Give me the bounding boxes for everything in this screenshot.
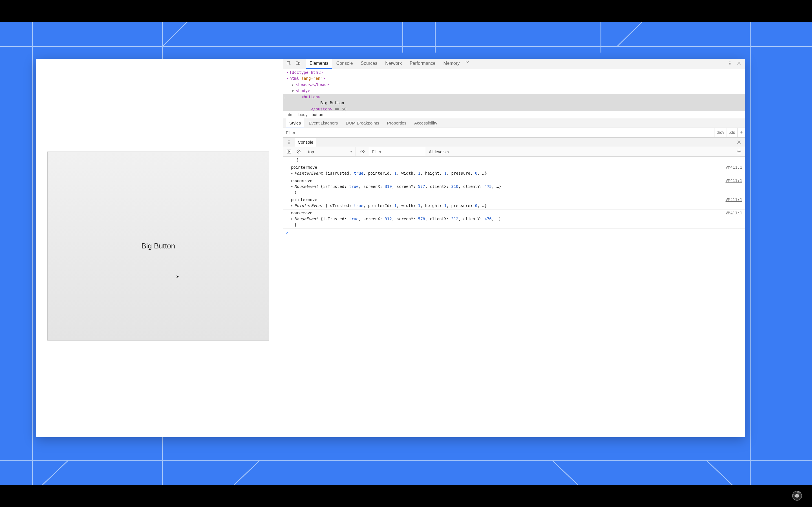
- log-source-link[interactable]: VM411:1: [725, 178, 742, 184]
- tab-network[interactable]: Network: [382, 59, 405, 68]
- dom-button-open: <button>: [301, 95, 320, 99]
- console-drawer-tab[interactable]: Console: [295, 138, 316, 147]
- tab-performance[interactable]: Performance: [406, 59, 439, 68]
- styles-filter-input[interactable]: [283, 130, 714, 135]
- breadcrumb-item[interactable]: button: [312, 112, 323, 117]
- side-tab-label: Properties: [387, 121, 406, 125]
- side-tab-accessibility[interactable]: Accessibility: [411, 118, 441, 128]
- chrome-logo-icon: [792, 491, 802, 501]
- collapse-icon[interactable]: ▼: [292, 89, 295, 94]
- cls-toggle[interactable]: .cls: [726, 128, 737, 137]
- svg-line-13: [707, 460, 755, 485]
- log-event-name: pointermove: [291, 198, 317, 202]
- dom-selected-node[interactable]: … <button> Big Button </button> == $0: [283, 94, 745, 111]
- dom-html-attr: lang="en": [299, 76, 322, 80]
- log-event-name: pointermove: [291, 165, 317, 170]
- console-log-entry[interactable]: VM411:1pointermovePointerEvent {isTruste…: [283, 164, 745, 177]
- page-viewport: Big Button ➤: [36, 59, 283, 437]
- console-log[interactable]: } VM411:1pointermovePointerEvent {isTrus…: [283, 157, 745, 437]
- console-prompt[interactable]: >: [283, 229, 745, 237]
- device-toggle-icon[interactable]: [295, 60, 301, 66]
- dom-dollar-zero: == $0: [332, 107, 347, 111]
- brace: }: [297, 158, 299, 162]
- svg-point-22: [289, 144, 289, 144]
- log-source-link[interactable]: VM411:1: [725, 210, 742, 216]
- big-button-label: Big Button: [141, 242, 175, 250]
- log-event-name: mousemove: [291, 178, 312, 183]
- log-object[interactable]: MouseEvent {isTrusted: true, screenX: 31…: [291, 184, 742, 189]
- devtools-panel: Elements Console Sources Network Perform…: [283, 59, 745, 437]
- svg-line-8: [162, 22, 211, 47]
- svg-line-11: [211, 460, 260, 485]
- console-sidebar-toggle-icon[interactable]: [286, 149, 292, 155]
- breadcrumb-item[interactable]: html: [287, 112, 294, 117]
- tab-label: Sources: [361, 61, 377, 66]
- console-filter-input[interactable]: [369, 147, 425, 156]
- dom-body-open[interactable]: <body>: [296, 89, 310, 93]
- ellipsis-icon[interactable]: …: [283, 94, 287, 100]
- console-log-entry[interactable]: VM411:1mousemoveMouseEvent {isTrusted: t…: [283, 177, 745, 196]
- svg-rect-23: [287, 150, 291, 153]
- log-source-link[interactable]: VM411:1: [725, 197, 742, 203]
- dom-head[interactable]: <head>…</head>: [296, 82, 329, 87]
- side-tab-dom-breakpoints[interactable]: DOM Breakpoints: [342, 118, 382, 128]
- more-tabs-icon[interactable]: [464, 59, 470, 65]
- side-tab-label: Event Listeners: [309, 121, 338, 125]
- hov-toggle[interactable]: :hov: [714, 128, 726, 137]
- svg-rect-15: [296, 62, 298, 65]
- kebab-menu-icon[interactable]: [286, 139, 292, 145]
- devtools-tabs: Elements Console Sources Network Perform…: [306, 59, 470, 68]
- side-tab-properties[interactable]: Properties: [384, 118, 410, 128]
- svg-point-27: [362, 151, 363, 152]
- svg-point-20: [289, 140, 289, 141]
- gear-icon[interactable]: [736, 149, 742, 155]
- tab-console[interactable]: Console: [333, 59, 356, 68]
- log-levels-selector[interactable]: All levels▼: [429, 149, 450, 154]
- console-tab-label: Console: [298, 140, 313, 145]
- console-context-selector[interactable]: top ▼: [305, 147, 356, 156]
- clear-console-icon[interactable]: [296, 149, 302, 155]
- tab-label: Network: [385, 61, 402, 66]
- expand-icon[interactable]: ▶: [292, 82, 295, 87]
- side-tab-styles[interactable]: Styles: [286, 118, 304, 128]
- big-button[interactable]: Big Button ➤: [47, 152, 269, 341]
- log-tail-brace: }: [283, 157, 745, 164]
- svg-line-12: [552, 460, 601, 485]
- close-icon[interactable]: [736, 139, 742, 145]
- log-source-link[interactable]: VM411:1: [725, 165, 742, 170]
- breadcrumb: html body button: [283, 111, 745, 118]
- levels-label: All levels: [429, 149, 446, 154]
- dom-html-close-bracket: >: [323, 76, 325, 80]
- tab-label: Elements: [310, 61, 328, 66]
- breadcrumb-item[interactable]: body: [298, 112, 308, 117]
- tab-sources[interactable]: Sources: [357, 59, 381, 68]
- letterbox-bottom: [0, 485, 812, 507]
- styles-filter-bar: :hov .cls +: [283, 128, 745, 137]
- dom-tree[interactable]: <!doctype html> <html lang="en"> ▶<head>…: [283, 68, 745, 111]
- side-panel-tabs: Styles Event Listeners DOM Breakpoints P…: [283, 118, 745, 128]
- tab-memory[interactable]: Memory: [440, 59, 463, 68]
- console-toolbar: top ▼ All levels▼: [283, 147, 745, 157]
- tab-elements[interactable]: Elements: [306, 59, 332, 68]
- tab-label: Performance: [410, 61, 436, 66]
- devtools-window: Big Button ➤ Elements Console Sources Ne…: [36, 59, 745, 437]
- log-object[interactable]: PointerEvent {isTrusted: true, pointerId…: [291, 203, 742, 209]
- side-tab-event-listeners[interactable]: Event Listeners: [305, 118, 341, 128]
- close-icon[interactable]: [736, 60, 742, 66]
- log-object[interactable]: PointerEvent {isTrusted: true, pointerId…: [291, 170, 742, 176]
- console-log-entry[interactable]: VM411:1mousemoveMouseEvent {isTrusted: t…: [283, 210, 745, 229]
- console-drawer-header: Console: [283, 137, 745, 147]
- log-object[interactable]: MouseEvent {isTrusted: true, screenX: 31…: [291, 216, 742, 222]
- context-label: top: [308, 149, 314, 154]
- svg-rect-16: [299, 62, 300, 65]
- svg-point-18: [730, 63, 730, 64]
- svg-point-28: [739, 151, 740, 152]
- mouse-cursor-icon: ➤: [176, 274, 179, 279]
- console-log-entry[interactable]: VM411:1pointermovePointerEvent {isTruste…: [283, 196, 745, 210]
- dom-button-text: Big Button: [320, 101, 344, 105]
- svg-point-17: [730, 62, 730, 62]
- kebab-menu-icon[interactable]: [727, 60, 733, 66]
- live-expression-icon[interactable]: [359, 149, 365, 155]
- inspect-icon[interactable]: [286, 60, 292, 66]
- new-style-rule-button[interactable]: +: [737, 128, 745, 137]
